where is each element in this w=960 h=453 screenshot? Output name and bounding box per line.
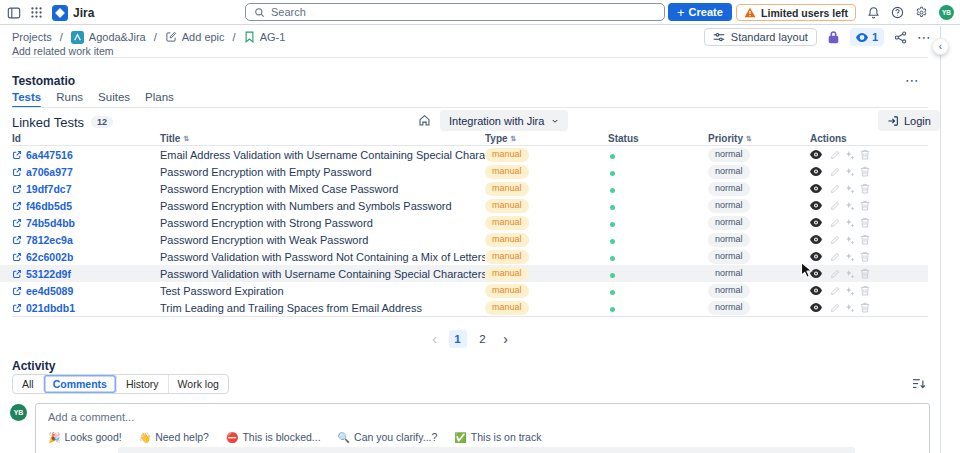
test-id-link[interactable]: 7812ec9a bbox=[12, 234, 160, 246]
test-id-link[interactable]: 19df7dc7 bbox=[12, 183, 160, 195]
settings-gear-icon[interactable] bbox=[915, 6, 928, 19]
quick-reply-looks-good[interactable]: 🎉Looks good! bbox=[48, 431, 122, 443]
view-test-eye-icon[interactable] bbox=[810, 303, 822, 312]
column-header-type[interactable]: Type⇅ bbox=[485, 133, 608, 144]
view-test-eye-icon[interactable] bbox=[810, 252, 822, 261]
user-avatar[interactable]: YB bbox=[939, 5, 954, 20]
page-2-button[interactable]: 2 bbox=[474, 330, 492, 348]
column-header-title[interactable]: Title⇅ bbox=[160, 133, 485, 144]
quick-reply-on-track[interactable]: ✅This is on track bbox=[454, 431, 541, 443]
ai-sparkle-icon[interactable] bbox=[845, 184, 855, 194]
edit-pencil-icon[interactable] bbox=[830, 218, 840, 228]
delete-trash-icon[interactable] bbox=[860, 251, 870, 262]
ai-sparkle-icon[interactable] bbox=[845, 252, 855, 262]
tab-suites[interactable]: Suites bbox=[98, 91, 130, 108]
delete-trash-icon[interactable] bbox=[860, 268, 870, 279]
table-row[interactable]: ee4d5089 Test Password Expiration manual… bbox=[0, 282, 928, 299]
standard-layout-button[interactable]: Standard layout bbox=[704, 28, 817, 46]
table-row[interactable]: 53122d9f Password Validation with Userna… bbox=[0, 265, 928, 282]
edit-pencil-icon[interactable] bbox=[830, 150, 840, 160]
filter-history[interactable]: History bbox=[116, 375, 168, 393]
ai-sparkle-icon[interactable] bbox=[845, 286, 855, 296]
global-search-input[interactable]: Search bbox=[245, 3, 665, 21]
delete-trash-icon[interactable] bbox=[860, 217, 870, 228]
test-id-link[interactable]: ee4d5089 bbox=[12, 285, 160, 297]
ai-sparkle-icon[interactable] bbox=[845, 201, 855, 211]
ai-sparkle-icon[interactable] bbox=[845, 167, 855, 177]
testomatio-more-menu[interactable]: ⋯ bbox=[905, 72, 920, 88]
table-row[interactable]: a706a977 Password Encryption with Empty … bbox=[0, 163, 928, 180]
edit-pencil-icon[interactable] bbox=[830, 184, 840, 194]
page-1-button[interactable]: 1 bbox=[449, 330, 467, 348]
ai-sparkle-icon[interactable] bbox=[845, 303, 855, 313]
delete-trash-icon[interactable] bbox=[860, 149, 870, 160]
table-row[interactable]: 74b5d4bb Password Encryption with Strong… bbox=[0, 214, 928, 231]
add-related-work-item[interactable]: Add related work item bbox=[12, 45, 114, 57]
collapse-panel-button[interactable]: ‹ bbox=[933, 39, 948, 54]
breadcrumb-projects[interactable]: Projects bbox=[12, 31, 52, 43]
filter-worklog[interactable]: Work log bbox=[168, 375, 228, 393]
view-test-eye-icon[interactable] bbox=[810, 184, 822, 193]
share-icon[interactable] bbox=[894, 31, 907, 44]
watchers-badge[interactable]: 1 bbox=[850, 28, 884, 46]
test-id-link[interactable]: 021dbdb1 bbox=[12, 302, 160, 314]
table-row[interactable]: 62c6002b Password Validation with Passwo… bbox=[0, 248, 928, 265]
notifications-bell-icon[interactable] bbox=[867, 6, 880, 19]
table-row[interactable]: 19df7dc7 Password Encryption with Mixed … bbox=[0, 180, 928, 197]
edit-pencil-icon[interactable] bbox=[830, 201, 840, 211]
next-page-chevron[interactable]: › bbox=[499, 332, 513, 346]
create-button[interactable]: + Create bbox=[668, 3, 732, 21]
filter-comments[interactable]: Comments bbox=[43, 375, 116, 393]
breadcrumb-add-epic[interactable]: Add epic bbox=[165, 31, 225, 43]
column-header-priority[interactable]: Priority⇅ bbox=[708, 133, 810, 144]
table-row[interactable]: f46db5d5 Password Encryption with Number… bbox=[0, 197, 928, 214]
view-test-eye-icon[interactable] bbox=[810, 218, 822, 227]
lock-icon[interactable] bbox=[827, 30, 840, 44]
ai-sparkle-icon[interactable] bbox=[845, 150, 855, 160]
issue-more-menu[interactable]: ⋯ bbox=[917, 29, 932, 45]
home-icon[interactable] bbox=[418, 114, 431, 127]
activity-sort-order-icon[interactable] bbox=[912, 378, 926, 390]
tab-runs[interactable]: Runs bbox=[56, 91, 83, 108]
breadcrumb-issue-key[interactable]: AG-1 bbox=[244, 31, 286, 43]
test-id-link[interactable]: a706a977 bbox=[12, 166, 160, 178]
jira-home-link[interactable]: Jira bbox=[52, 5, 94, 21]
filter-all[interactable]: All bbox=[13, 375, 43, 393]
table-row[interactable]: 021dbdb1 Trim Leading and Trailing Space… bbox=[0, 299, 928, 316]
integration-dropdown[interactable]: Integration with Jira bbox=[440, 110, 568, 131]
quick-reply-need-help[interactable]: 👋Need help? bbox=[139, 431, 209, 443]
ai-sparkle-icon[interactable] bbox=[845, 269, 855, 279]
test-id-link[interactable]: 74b5d4bb bbox=[12, 217, 160, 229]
view-test-eye-icon[interactable] bbox=[810, 235, 822, 244]
ai-sparkle-icon[interactable] bbox=[845, 235, 855, 245]
edit-pencil-icon[interactable] bbox=[830, 252, 840, 262]
view-test-eye-icon[interactable] bbox=[810, 150, 822, 159]
delete-trash-icon[interactable] bbox=[860, 166, 870, 177]
sidebar-toggle-icon[interactable] bbox=[7, 6, 21, 20]
test-id-link[interactable]: f46db5d5 bbox=[12, 200, 160, 212]
delete-trash-icon[interactable] bbox=[860, 200, 870, 211]
edit-pencil-icon[interactable] bbox=[830, 303, 840, 313]
view-test-eye-icon[interactable] bbox=[810, 167, 822, 176]
quick-reply-blocked[interactable]: ⛔This is blocked... bbox=[226, 431, 321, 443]
edit-pencil-icon[interactable] bbox=[830, 269, 840, 279]
tab-plans[interactable]: Plans bbox=[145, 91, 174, 108]
app-switcher-icon[interactable] bbox=[30, 6, 43, 19]
test-id-link[interactable]: 53122d9f bbox=[12, 268, 160, 280]
edit-pencil-icon[interactable] bbox=[830, 286, 840, 296]
prev-page-chevron[interactable]: ‹ bbox=[428, 332, 442, 346]
delete-trash-icon[interactable] bbox=[860, 285, 870, 296]
comment-input-box[interactable]: Add a comment... 🎉Looks good! 👋Need help… bbox=[35, 403, 930, 453]
table-row[interactable]: 6a447516 Email Address Validation with U… bbox=[0, 146, 928, 163]
test-id-link[interactable]: 6a447516 bbox=[12, 149, 160, 161]
quick-reply-clarify[interactable]: 🔍Can you clarify...? bbox=[338, 431, 438, 443]
delete-trash-icon[interactable] bbox=[860, 183, 870, 194]
limited-users-button[interactable]: Limited users left bbox=[736, 4, 856, 21]
test-id-link[interactable]: 62c6002b bbox=[12, 251, 160, 263]
login-button[interactable]: Login bbox=[878, 110, 940, 131]
view-test-eye-icon[interactable] bbox=[810, 201, 822, 210]
help-icon[interactable] bbox=[891, 6, 904, 19]
delete-trash-icon[interactable] bbox=[860, 234, 870, 245]
tab-tests[interactable]: Tests bbox=[12, 91, 41, 108]
view-test-eye-icon[interactable] bbox=[810, 286, 822, 295]
